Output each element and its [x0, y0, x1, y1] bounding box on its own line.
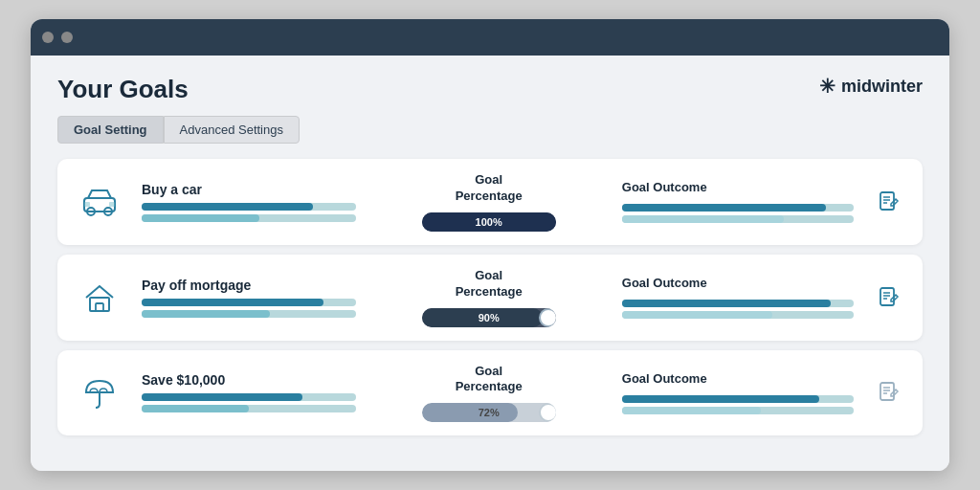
goal-outcome-buy-car: Goal Outcome: [622, 180, 854, 223]
goal-info-buy-car: Buy a car: [142, 182, 356, 222]
svg-rect-10: [90, 298, 109, 311]
bar-bg-2: [142, 214, 356, 222]
save-outcome-bar-bg-1: [622, 395, 854, 403]
progress-track-pay-mortgage: 90%: [422, 308, 556, 327]
main-content: Your Goals ✳ midwinter Goal Setting Adva…: [31, 56, 949, 471]
svg-rect-5: [109, 202, 115, 207]
window-dot-2: [61, 32, 73, 43]
svg-rect-11: [96, 303, 103, 311]
mortgage-bar-fill-2: [142, 310, 270, 318]
percentage-label-buy-car: GoalPercentage: [456, 172, 523, 205]
outcome-bar-fill-2: [622, 215, 785, 223]
save-outcome-bar-fill-1: [622, 395, 819, 403]
goal-card-buy-car: Buy a car GoalPercentage 100%: [57, 159, 923, 245]
mortgage-outcome-bar-fill-2: [622, 311, 772, 319]
house-icon: [75, 273, 124, 323]
goal-name-save-money: Save $10,000: [142, 372, 356, 388]
progress-fill-save-money: [422, 403, 519, 422]
outcome-bar-fill-1: [622, 204, 826, 212]
goal-percentage-save-money: GoalPercentage 72%: [373, 364, 605, 423]
goal-outcome-pay-mortgage: Goal Outcome: [622, 276, 854, 319]
tab-advanced-settings[interactable]: Advanced Settings: [164, 116, 300, 144]
header-row: Your Goals ✳ midwinter: [57, 75, 923, 104]
outcome-bars-save-money: [622, 395, 854, 414]
window-dot-1: [42, 32, 54, 43]
mortgage-outcome-bar-fill-1: [622, 300, 831, 307]
outcome-bar-bg-2: [622, 215, 854, 223]
titlebar: [31, 19, 949, 56]
goal-name-pay-mortgage: Pay off mortgage: [142, 278, 356, 293]
svg-rect-4: [84, 202, 90, 207]
outcome-label-save-money: Goal Outcome: [622, 371, 854, 388]
brand-name: midwinter: [841, 77, 923, 97]
progress-track-buy-car: 100%: [422, 212, 556, 232]
progress-track-save-money: 72%: [422, 403, 556, 422]
tab-group: Goal Setting Advanced Settings: [57, 116, 923, 144]
outcome-bars-pay-mortgage: [622, 300, 854, 319]
goal-percentage-buy-car: GoalPercentage 100%: [373, 172, 605, 232]
edit-button-save-money[interactable]: [871, 375, 905, 410]
progress-circle-pay-mortgage: [539, 308, 556, 327]
tab-goal-setting[interactable]: Goal Setting: [57, 116, 164, 144]
mortgage-bar-bg-1: [142, 299, 356, 306]
goal-bars-save-money: [142, 393, 356, 412]
goal-info-save-money: Save $10,000: [142, 372, 356, 412]
brand-star-icon: ✳: [819, 75, 835, 98]
save-bar-bg-1: [142, 393, 356, 401]
goal-percentage-pay-mortgage: GoalPercentage 90%: [373, 268, 605, 327]
goal-bars-pay-mortgage: [142, 299, 356, 318]
mortgage-outcome-bar-bg-1: [622, 300, 854, 307]
progress-value-buy-car: 100%: [476, 216, 502, 228]
save-bar-fill-1: [142, 393, 302, 401]
car-icon: [75, 177, 124, 227]
outcome-bars-buy-car: [622, 204, 854, 223]
percentage-label-save-money: GoalPercentage: [456, 364, 523, 396]
save-bar-fill-2: [142, 405, 249, 412]
progress-circle-save-money: [539, 403, 556, 422]
save-outcome-bar-bg-2: [622, 407, 854, 414]
svg-rect-6: [880, 192, 894, 210]
bar-bg-1: [142, 203, 356, 211]
svg-rect-12: [880, 288, 894, 305]
bar-fill-2: [142, 214, 259, 222]
goals-list: Buy a car GoalPercentage 100%: [57, 159, 923, 435]
goal-card-save-money: Save $10,000 GoalPercentage 72%: [57, 350, 923, 436]
goal-card-pay-mortgage: Pay off mortgage GoalPercentage: [57, 255, 923, 341]
goal-name-buy-car: Buy a car: [142, 182, 356, 197]
percentage-label-pay-mortgage: GoalPercentage: [456, 268, 523, 301]
edit-button-pay-mortgage[interactable]: [871, 280, 905, 315]
edit-button-buy-car[interactable]: [871, 185, 905, 219]
mortgage-outcome-bar-bg-2: [622, 311, 854, 319]
goal-info-pay-mortgage: Pay off mortgage: [142, 278, 356, 318]
bar-fill-1: [142, 203, 313, 211]
svg-rect-17: [880, 383, 894, 400]
mortgage-bar-fill-1: [142, 299, 323, 306]
outcome-label-pay-mortgage: Goal Outcome: [622, 276, 854, 292]
save-bar-bg-2: [142, 405, 356, 412]
outcome-label-buy-car: Goal Outcome: [622, 180, 854, 196]
progress-value-save-money: 72%: [479, 407, 500, 418]
umbrella-icon: [75, 368, 124, 417]
page-title: Your Goals: [57, 75, 189, 104]
brand-logo: ✳ midwinter: [819, 75, 923, 98]
save-outcome-bar-fill-2: [622, 407, 761, 414]
goal-outcome-save-money: Goal Outcome: [622, 371, 854, 414]
mortgage-bar-bg-2: [142, 310, 356, 318]
app-window: Your Goals ✳ midwinter Goal Setting Adva…: [31, 19, 949, 471]
progress-value-pay-mortgage: 90%: [479, 312, 500, 323]
goal-bars-buy-car: [142, 203, 356, 222]
outcome-bar-bg-1: [622, 204, 854, 212]
